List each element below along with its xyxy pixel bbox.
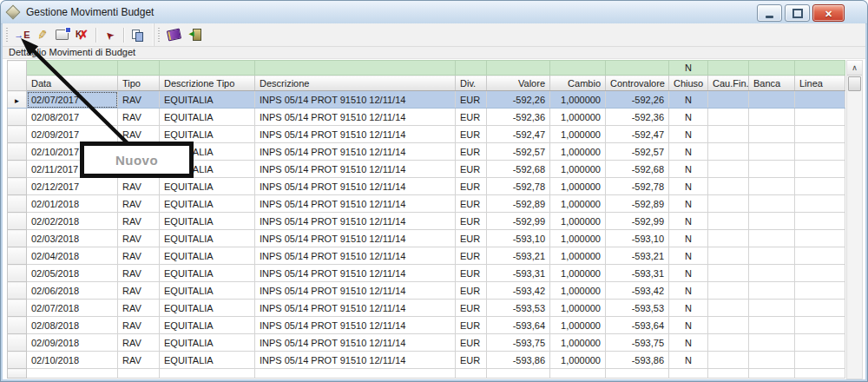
- table-row[interactable]: 02/08/2018RAVEQUITALIAINPS 05/14 PROT 91…: [8, 317, 845, 334]
- cell-descrizione[interactable]: INPS 05/14 PROT 91510 12/11/14: [255, 317, 456, 334]
- cell-banca[interactable]: [749, 109, 795, 126]
- cell-descrizione[interactable]: INPS 05/14 PROT 91510 12/11/14: [255, 230, 456, 247]
- cell-descrizione[interactable]: INPS 05/14 PROT 91510 12/11/14: [255, 282, 456, 300]
- cell-cambio[interactable]: 1,000000: [550, 334, 606, 352]
- cell-banca[interactable]: [749, 195, 795, 213]
- cell-cau_fin[interactable]: [708, 265, 749, 282]
- new-row-placeholder[interactable]: [8, 369, 845, 379]
- cell-controvalore[interactable]: -593,86: [606, 352, 669, 369]
- cell-data[interactable]: 02/10/2018: [27, 352, 118, 369]
- cell-cau_fin[interactable]: [708, 195, 749, 213]
- cell-descrizione[interactable]: INPS 05/14 PROT 91510 12/11/14: [255, 195, 456, 213]
- cell-controvalore[interactable]: -593,21: [606, 247, 669, 265]
- cell-valore[interactable]: -592,26: [487, 91, 550, 109]
- cell-cambio[interactable]: 1,000000: [550, 126, 606, 143]
- cell-chiuso[interactable]: N: [669, 161, 708, 178]
- filter-cell-tipo[interactable]: [118, 61, 160, 76]
- cell-controvalore[interactable]: -593,64: [606, 317, 669, 334]
- cell-div[interactable]: EUR: [456, 230, 487, 247]
- cell-descrizione_tipo[interactable]: EQUITALIA: [160, 109, 255, 126]
- cell-empty[interactable]: [456, 369, 487, 379]
- cell-banca[interactable]: [749, 91, 795, 109]
- cell-empty[interactable]: [795, 369, 845, 379]
- filter-cell-descrizione_tipo[interactable]: [160, 61, 255, 76]
- filter-cell-valore[interactable]: [487, 61, 550, 76]
- table-row[interactable]: 02/03/2018RAVEQUITALIAINPS 05/14 PROT 91…: [8, 230, 845, 247]
- cell-descrizione_tipo[interactable]: EQUITALIA: [160, 91, 255, 109]
- column-header-chiuso[interactable]: Chiuso: [669, 76, 708, 91]
- cell-descrizione_tipo[interactable]: EQUITALIA: [160, 178, 255, 195]
- cell-valore[interactable]: -593,21: [487, 247, 550, 265]
- cell-cambio[interactable]: 1,000000: [550, 195, 606, 213]
- cell-chiuso[interactable]: N: [669, 91, 708, 109]
- cell-div[interactable]: EUR: [456, 300, 487, 317]
- cell-banca[interactable]: [749, 352, 795, 369]
- cell-cambio[interactable]: 1,000000: [550, 91, 606, 109]
- row-selector[interactable]: [8, 334, 27, 352]
- cell-cau_fin[interactable]: [708, 282, 749, 300]
- cell-valore[interactable]: -592,68: [487, 161, 550, 178]
- column-header-tipo[interactable]: Tipo: [118, 76, 160, 91]
- filter-cell-chiuso[interactable]: N: [669, 61, 708, 76]
- cell-controvalore[interactable]: -592,78: [606, 178, 669, 195]
- column-header-cambio[interactable]: Cambio: [550, 76, 606, 91]
- cell-chiuso[interactable]: N: [669, 195, 708, 213]
- cell-chiuso[interactable]: N: [669, 213, 708, 230]
- cell-linea[interactable]: [795, 109, 845, 126]
- cell-div[interactable]: EUR: [456, 247, 487, 265]
- cell-div[interactable]: EUR: [456, 334, 487, 352]
- row-selector[interactable]: [8, 352, 27, 369]
- cell-controvalore[interactable]: -593,31: [606, 265, 669, 282]
- scrollbar-thumb[interactable]: [848, 76, 861, 91]
- column-header-div[interactable]: Div.: [456, 76, 487, 91]
- cell-data[interactable]: 02/01/2018: [27, 195, 118, 213]
- minimize-button[interactable]: [757, 4, 782, 22]
- cell-banca[interactable]: [749, 247, 795, 265]
- cell-linea[interactable]: [795, 282, 845, 300]
- cell-controvalore[interactable]: -593,75: [606, 334, 669, 352]
- cell-cau_fin[interactable]: [708, 352, 749, 369]
- cell-tipo[interactable]: RAV: [118, 109, 160, 126]
- column-header-valore[interactable]: Valore: [487, 76, 550, 91]
- cell-controvalore[interactable]: -592,57: [606, 143, 669, 161]
- cell-cau_fin[interactable]: [708, 230, 749, 247]
- cell-data[interactable]: 02/05/2018: [27, 265, 118, 282]
- cell-linea[interactable]: [795, 178, 845, 195]
- cell-data[interactable]: 02/07/2018: [27, 300, 118, 317]
- filter-cell-descrizione[interactable]: [255, 61, 456, 76]
- cell-chiuso[interactable]: N: [669, 352, 708, 369]
- cell-banca[interactable]: [749, 230, 795, 247]
- cell-chiuso[interactable]: N: [669, 317, 708, 334]
- cell-div[interactable]: EUR: [456, 195, 487, 213]
- cell-empty[interactable]: [550, 369, 606, 379]
- cell-descrizione[interactable]: INPS 05/14 PROT 91510 12/11/14: [255, 265, 456, 282]
- cell-empty[interactable]: [487, 369, 550, 379]
- cell-linea[interactable]: [795, 334, 845, 352]
- cell-empty[interactable]: [669, 369, 708, 379]
- cell-tipo[interactable]: RAV: [118, 300, 160, 317]
- cell-tipo[interactable]: RAV: [118, 213, 160, 230]
- cell-descrizione[interactable]: INPS 05/14 PROT 91510 12/11/14: [255, 352, 456, 369]
- cell-div[interactable]: EUR: [456, 178, 487, 195]
- cell-div[interactable]: EUR: [456, 352, 487, 369]
- cell-div[interactable]: EUR: [456, 317, 487, 334]
- row-selector[interactable]: [8, 195, 27, 213]
- table-row[interactable]: 02/07/2018RAVEQUITALIAINPS 05/14 PROT 91…: [8, 300, 845, 317]
- toolbar-grip[interactable]: [6, 28, 8, 42]
- cell-controvalore[interactable]: -592,26: [606, 91, 669, 109]
- cell-cau_fin[interactable]: [708, 109, 749, 126]
- row-selector[interactable]: [8, 178, 27, 195]
- row-selector[interactable]: [8, 213, 27, 230]
- cell-linea[interactable]: [795, 247, 845, 265]
- cell-banca[interactable]: [749, 300, 795, 317]
- copy-button[interactable]: [128, 25, 148, 44]
- cell-valore[interactable]: -593,53: [487, 300, 550, 317]
- cell-tipo[interactable]: RAV: [118, 317, 160, 334]
- cell-banca[interactable]: [749, 126, 795, 143]
- cell-div[interactable]: EUR: [456, 161, 487, 178]
- table-row[interactable]: 02/02/2018RAVEQUITALIAINPS 05/14 PROT 91…: [8, 213, 845, 230]
- cell-descrizione_tipo[interactable]: EQUITALIA: [160, 126, 255, 143]
- cell-tipo[interactable]: RAV: [118, 352, 160, 369]
- cell-empty[interactable]: [255, 369, 456, 379]
- cell-chiuso[interactable]: N: [669, 300, 708, 317]
